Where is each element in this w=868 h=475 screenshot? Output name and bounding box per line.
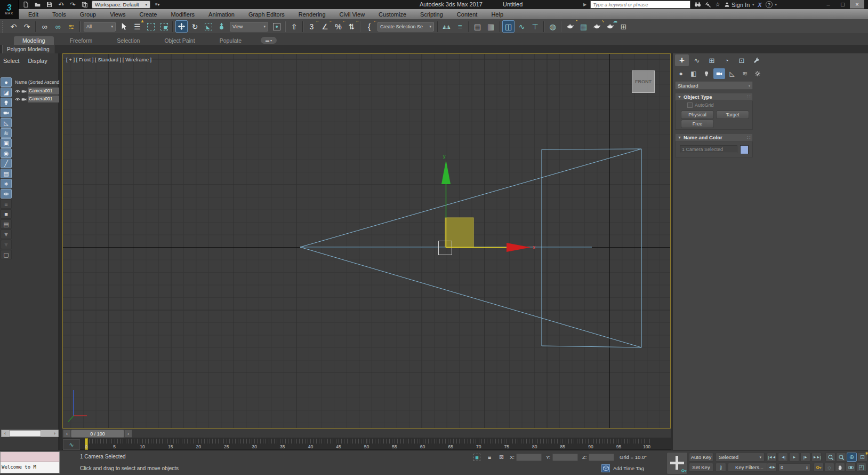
subtab-cameras[interactable] [713, 68, 725, 79]
schematic-view-icon[interactable]: ⊤ [529, 20, 541, 33]
eye-icon[interactable] [15, 89, 20, 94]
rectangular-selection-region-icon[interactable] [144, 20, 157, 33]
subtab-geometry[interactable]: ● [675, 68, 687, 79]
menu-content[interactable]: Content [450, 11, 485, 18]
display-xrefs-toggle[interactable]: ◉ [1, 148, 12, 158]
communication-center-icon[interactable] [705, 2, 711, 8]
explorer-column-header[interactable]: Name (Sorted Ascend [15, 80, 60, 85]
tab-motion[interactable]: ◔ [720, 54, 734, 66]
orbit-button[interactable] [846, 463, 856, 472]
rendered-frame-window-icon[interactable]: ▦ [577, 20, 590, 33]
curve-editor-icon[interactable]: ∿ [516, 20, 528, 33]
time-slider-prev-icon[interactable]: ‹ [63, 430, 71, 438]
ribbon-tab-populate[interactable]: Populate [211, 36, 250, 45]
toggle-ribbon-icon[interactable]: ◫ [502, 20, 515, 33]
menu-edit[interactable]: Edit [21, 11, 45, 18]
explorer-row[interactable]: Camera001 [15, 87, 59, 95]
tab-utilities[interactable] [750, 54, 763, 66]
object-color-swatch[interactable] [740, 145, 749, 154]
reference-coordinate-system-dropdown[interactable]: View▾ [230, 22, 268, 31]
display-bones-toggle[interactable]: ╱ [1, 159, 12, 168]
material-display-toggle[interactable]: ■ [1, 209, 12, 219]
window-crossing-toggle-icon[interactable] [158, 20, 170, 33]
edit-named-selection-sets-icon[interactable]: {⌐ [363, 20, 375, 33]
set-key-filters-icon[interactable]: ⚷︎ [716, 463, 726, 472]
frame-tick-5[interactable]: 5 [109, 444, 120, 449]
next-frame-button[interactable]: |► [800, 453, 810, 462]
viewport-label[interactable]: [ + ] [ Front ] [ Standard ] [ Wireframe… [66, 57, 151, 62]
snaps-toggle-icon[interactable]: 3⌐ [306, 20, 318, 33]
time-slider-button[interactable]: 0 / 100 [71, 430, 124, 438]
toolbar-grip[interactable] [2, 21, 6, 33]
time-slider-next-icon[interactable]: › [124, 430, 132, 438]
scrollbar-thumb[interactable] [9, 430, 41, 437]
go-to-end-button[interactable]: ►►| [811, 453, 822, 462]
camera-frustum[interactable] [300, 149, 641, 347]
frame-tick-0[interactable]: 0 [81, 444, 92, 449]
sign-in-button[interactable]: Sign In [724, 2, 750, 8]
key-step-button[interactable]: ◄► [767, 463, 777, 472]
menu-views[interactable]: Views [103, 11, 132, 18]
auto-key-button[interactable]: Auto Key [689, 453, 713, 462]
toggle-scene-explorer-icon[interactable]: ▤ [471, 20, 484, 33]
track-bar-ruler[interactable]: 0510152025303540455055606570758085909510… [81, 438, 671, 450]
frame-tick-65[interactable]: 65 [445, 444, 456, 449]
explorer-menu-select[interactable]: Select [3, 58, 20, 64]
subtab-space-warps[interactable]: ≋ [739, 68, 751, 79]
ribbon-panel-polygon-modeling[interactable]: Polygon Modeling [2, 45, 54, 54]
menu-group[interactable]: Group [73, 11, 103, 18]
ribbon-tab-modeling[interactable]: Modeling [14, 36, 54, 45]
frame-tick-35[interactable]: 35 [277, 444, 288, 449]
key-selection-set-dropdown[interactable]: Selected ▾ [716, 453, 765, 462]
frame-tick-90[interactable]: 90 [585, 444, 596, 449]
create-key-button[interactable] [666, 452, 688, 474]
frame-tick-40[interactable]: 40 [305, 444, 316, 449]
frame-tick-70[interactable]: 70 [473, 444, 484, 449]
close-button[interactable]: × [850, 0, 864, 9]
display-geometry-toggle[interactable]: ● [1, 77, 12, 87]
absolute-mode-transform-icon[interactable]: ⊠ [497, 453, 506, 461]
ribbon-tab-selection[interactable]: Selection [108, 36, 148, 45]
object-name-label[interactable]: Camera001 [28, 96, 59, 102]
link-display-toggle[interactable]: ▤ [1, 219, 12, 229]
gizmo-y-arrow[interactable] [441, 160, 451, 184]
new-file-button[interactable] [21, 1, 30, 9]
select-object-icon[interactable] [118, 20, 130, 33]
frame-tick-95[interactable]: 95 [613, 444, 624, 449]
frame-tick-75[interactable]: 75 [501, 444, 512, 449]
select-and-move-icon[interactable] [175, 20, 188, 33]
sign-in-caret-icon[interactable]: ▾ [752, 3, 754, 6]
maximize-viewport-toggle-button[interactable]: ◰ [856, 463, 866, 472]
tab-create[interactable]: + [675, 54, 689, 66]
key-filters-button[interactable]: Key Filters... [728, 463, 771, 472]
zoom-button[interactable] [825, 453, 835, 462]
angle-snap-toggle-icon[interactable]: ∠⌐ [319, 20, 331, 33]
display-frozen-toggle[interactable]: ∗ [1, 179, 12, 188]
maxscript-listener-input[interactable] [0, 452, 60, 462]
display-helpers-toggle[interactable]: ◺ [1, 118, 12, 128]
advanced-filter-button[interactable]: ▼ [1, 240, 12, 249]
field-of-view-button[interactable]: ◌ [824, 463, 834, 472]
selection-lock-region-icon[interactable]: ■ [472, 453, 481, 461]
workspace-dropdown[interactable]: Workspace: Default ▾ [92, 1, 150, 9]
previous-frame-button[interactable]: ◄| [778, 453, 788, 462]
set-key-button[interactable]: Set Key [689, 463, 713, 472]
bind-to-space-warp-icon[interactable]: ≋ [65, 20, 77, 33]
display-lights-toggle[interactable] [1, 98, 12, 107]
menu-create[interactable]: Create [132, 11, 164, 18]
material-editor-icon[interactable]: ◍ [546, 20, 559, 33]
undo-icon[interactable]: ↶ [7, 20, 20, 33]
spinner-icon[interactable]: ▲▼ [806, 465, 808, 470]
render-presets-icon[interactable]: ⊞ [617, 20, 630, 33]
named-selection-sets-dropdown[interactable]: Create Selection Se▾ [377, 22, 434, 31]
frame-tick-15[interactable]: 15 [165, 444, 176, 449]
display-hidden-toggle[interactable] [1, 189, 12, 199]
free-camera-button[interactable]: Free [681, 120, 714, 128]
menu-graph-editors[interactable]: Graph Editors [242, 11, 292, 18]
percent-snap-toggle-icon[interactable]: %⌐ [332, 20, 344, 33]
help-icon[interactable]: ? [766, 1, 773, 8]
select-by-name-icon[interactable]: ☰▲ [131, 20, 143, 33]
go-to-start-button[interactable]: |◄◄ [767, 453, 777, 462]
display-containers-toggle[interactable]: ▤ [1, 169, 12, 178]
ribbon-tab-freeform[interactable]: Freeform [61, 36, 101, 45]
